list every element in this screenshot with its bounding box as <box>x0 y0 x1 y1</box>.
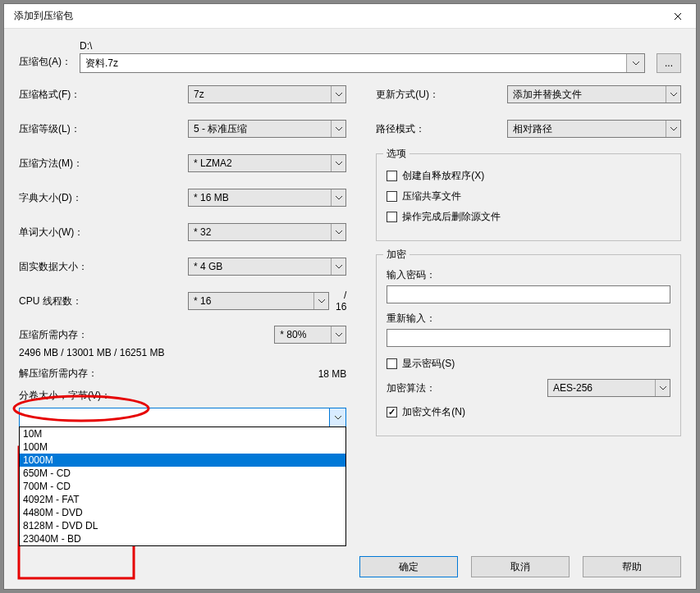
encrypt-names-label: 加密文件名(N) <box>402 405 465 419</box>
pathmode-dropdown[interactable]: 相对路径 <box>507 120 681 138</box>
split-option[interactable]: 650M - CD <box>20 467 345 480</box>
chevron-down-icon <box>655 380 670 396</box>
chevron-down-icon <box>666 86 680 103</box>
format-dropdown[interactable]: 7z <box>188 85 346 103</box>
archive-name-input[interactable] <box>80 54 626 72</box>
level-label: 压缩等级(L)： <box>19 122 188 136</box>
level-dropdown[interactable]: 5 - 标准压缩 <box>188 120 346 138</box>
dict-dropdown[interactable]: * 16 MB <box>188 189 346 207</box>
cancel-button[interactable]: 取消 <box>471 556 570 577</box>
split-size-label: 分卷大小，字节(V)： <box>19 389 346 403</box>
archive-label: 压缩包(A)： <box>19 40 80 69</box>
chevron-down-icon <box>313 293 328 309</box>
split-size-input[interactable] <box>20 408 329 427</box>
split-option[interactable]: 8128M - DVD DL <box>20 519 345 532</box>
delete-after-checkbox[interactable] <box>387 212 397 222</box>
format-value: 7z <box>189 89 331 100</box>
method-label: 压缩方法(M)： <box>19 157 188 171</box>
algo-label: 加密算法： <box>387 381 547 395</box>
pathmode-label: 路径模式： <box>376 122 507 136</box>
show-password-checkbox[interactable] <box>387 358 397 369</box>
options-group: 选项 创建自释放程序(X) 压缩共享文件 操作完成后删除源文件 <box>376 153 681 241</box>
split-size-combo[interactable] <box>19 408 346 427</box>
show-password-label: 显示密码(S) <box>402 357 455 371</box>
algo-dropdown[interactable]: AES-256 <box>547 379 670 397</box>
help-button[interactable]: 帮助 <box>583 556 681 577</box>
ok-button[interactable]: 确定 <box>359 556 458 577</box>
split-option[interactable]: 4092M - FAT <box>20 493 345 506</box>
threads-max: / 16 <box>336 290 346 312</box>
update-label: 更新方式(U)： <box>376 88 507 102</box>
mem-percent-dropdown[interactable]: * 80% <box>274 326 346 344</box>
chevron-down-icon <box>331 224 345 240</box>
format-label: 压缩格式(F)： <box>19 88 188 102</box>
split-option[interactable]: 10M <box>20 427 345 440</box>
split-size-options[interactable]: 10M100M1000M650M - CD700M - CD4092M - FA… <box>19 427 346 546</box>
password2-label: 重新输入： <box>387 312 670 326</box>
method-dropdown[interactable]: * LZMA2 <box>188 154 346 172</box>
update-dropdown[interactable]: 添加并替换文件 <box>507 85 681 103</box>
encrypt-legend: 加密 <box>383 248 409 262</box>
solid-label: 固实数据大小： <box>19 260 188 274</box>
password-label: 输入密码： <box>387 268 670 282</box>
chevron-down-icon[interactable] <box>626 54 644 72</box>
mem-compress-label: 压缩所需内存： <box>19 328 274 342</box>
chevron-down-icon <box>331 86 345 103</box>
chevron-down-icon <box>331 121 345 137</box>
shared-checkbox[interactable] <box>387 191 397 202</box>
password-input[interactable] <box>387 285 670 303</box>
chevron-down-icon <box>331 326 345 343</box>
archive-path-top: D:\ <box>80 40 645 53</box>
chevron-down-icon[interactable] <box>329 408 345 427</box>
sfx-label: 创建自释放程序(X) <box>402 169 484 183</box>
word-label: 单词大小(W)： <box>19 226 188 239</box>
browse-button[interactable]: ... <box>657 53 681 73</box>
password2-input[interactable] <box>387 329 670 347</box>
mem-compress-detail: 2496 MB / 13001 MB / 16251 MB <box>19 347 346 358</box>
archive-name-combo[interactable] <box>80 53 645 73</box>
chevron-down-icon <box>331 258 345 275</box>
options-legend: 选项 <box>383 147 409 161</box>
chevron-down-icon <box>666 121 680 137</box>
split-option[interactable]: 23040M - BD <box>20 532 345 545</box>
title-bar: 添加到压缩包 <box>4 4 696 29</box>
chevron-down-icon <box>331 155 345 171</box>
solid-dropdown[interactable]: * 4 GB <box>188 258 346 276</box>
threads-dropdown[interactable]: * 16 <box>188 292 329 310</box>
word-dropdown[interactable]: * 32 <box>188 223 346 241</box>
chevron-down-icon <box>331 189 345 206</box>
mem-decompress-label: 解压缩所需内存： <box>19 367 318 381</box>
dict-label: 字典大小(D)： <box>19 191 188 205</box>
split-option[interactable]: 4480M - DVD <box>20 506 345 519</box>
window-title: 添加到压缩包 <box>14 9 660 23</box>
encrypt-names-checkbox[interactable] <box>387 407 397 417</box>
split-option[interactable]: 1000M <box>20 454 345 467</box>
encrypt-group: 加密 输入密码： 重新输入： 显示密码(S) 加密算法： AES-256 <box>376 254 681 436</box>
split-option[interactable]: 700M - CD <box>20 480 345 493</box>
sfx-checkbox[interactable] <box>387 171 397 181</box>
shared-label: 压缩共享文件 <box>402 189 461 203</box>
threads-label: CPU 线程数： <box>19 294 188 308</box>
split-option[interactable]: 100M <box>20 440 345 454</box>
mem-decompress-value: 18 MB <box>318 368 347 380</box>
close-button[interactable] <box>660 4 696 29</box>
delete-after-label: 操作完成后删除源文件 <box>402 210 501 224</box>
